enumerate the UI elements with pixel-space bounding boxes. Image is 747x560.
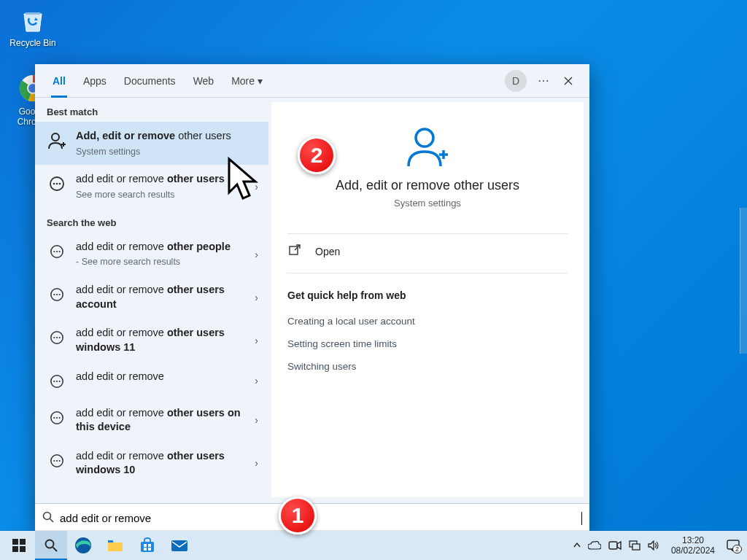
window-peek-bar	[740, 208, 747, 354]
chat-icon	[47, 241, 67, 262]
chevron-right-icon: ›	[252, 414, 261, 426]
svg-point-27	[59, 416, 61, 418]
svg-rect-43	[144, 544, 147, 547]
search-input[interactable]	[60, 512, 583, 524]
svg-rect-33	[290, 246, 298, 254]
close-icon	[564, 77, 573, 85]
svg-point-39	[46, 540, 54, 548]
svg-point-18	[56, 337, 58, 338]
svg-point-30	[56, 460, 58, 462]
svg-point-34	[44, 512, 51, 519]
quick-link[interactable]: Switching users	[287, 355, 568, 378]
taskbar-clock[interactable]: 13:20 08/02/2024	[667, 535, 719, 556]
chat-icon	[47, 408, 67, 428]
svg-rect-48	[609, 542, 617, 549]
taskbar-app-edge[interactable]	[67, 531, 99, 560]
more-options-button[interactable]: ⋯	[531, 69, 556, 93]
svg-rect-47	[171, 540, 187, 551]
chevron-right-icon: ›	[252, 249, 261, 260]
svg-rect-41	[108, 540, 113, 542]
quick-help-title: Get quick help from web	[287, 289, 568, 301]
tab-apps[interactable]: Apps	[74, 64, 115, 98]
chevron-right-icon: ›	[252, 292, 261, 303]
web-result-row[interactable]: add edit or remove other users windows 1…	[35, 442, 268, 485]
taskbar-app-explorer[interactable]	[99, 531, 131, 560]
svg-rect-35	[12, 539, 18, 545]
web-result-row[interactable]: add edit or remove other users on this d…	[35, 399, 268, 442]
recycle-bin-icon	[18, 4, 48, 35]
quick-link[interactable]: Setting screen time limits	[287, 332, 568, 355]
divider	[287, 273, 568, 273]
chat-icon	[47, 174, 67, 194]
svg-point-9	[53, 251, 55, 252]
svg-point-19	[59, 337, 61, 338]
web-result-row[interactable]: add edit or remove other users windows 1…	[35, 319, 268, 362]
mail-icon	[171, 538, 188, 553]
search-panel: All Apps Documents Web More ▾ D ⋯ Best m…	[35, 64, 589, 532]
start-button[interactable]	[3, 531, 35, 560]
person-add-icon	[47, 131, 67, 151]
search-icon	[42, 511, 54, 526]
tray-overflow-icon[interactable]	[573, 542, 581, 549]
svg-point-25	[53, 416, 55, 418]
annotation-badge-1: 1	[279, 497, 317, 534]
svg-point-5	[53, 183, 55, 185]
edge-icon	[74, 537, 92, 554]
svg-rect-45	[144, 548, 147, 551]
chevron-right-icon: ›	[252, 375, 261, 386]
cursor-icon	[225, 156, 263, 209]
system-tray: 13:20 08/02/2024 2	[573, 535, 744, 556]
svg-point-22	[56, 380, 58, 381]
svg-point-11	[59, 251, 61, 252]
svg-rect-50	[632, 544, 640, 550]
svg-rect-44	[148, 544, 151, 547]
folder-icon	[107, 538, 123, 553]
svg-point-10	[56, 251, 58, 252]
search-button[interactable]	[35, 531, 67, 560]
section-best-match: Best match	[35, 98, 268, 122]
web-result-row[interactable]: add edit or remove other people - See mo…	[35, 233, 268, 276]
web-result-row[interactable]: add edit or remove ›	[35, 362, 268, 399]
chat-icon	[47, 451, 67, 471]
tab-documents[interactable]: Documents	[115, 64, 185, 98]
svg-rect-37	[12, 546, 18, 552]
svg-rect-38	[20, 546, 26, 552]
text-caret	[581, 512, 582, 525]
detail-subtitle: System settings	[287, 198, 568, 209]
svg-point-3	[52, 133, 59, 141]
svg-point-17	[53, 337, 55, 338]
taskbar-app-store[interactable]	[131, 531, 163, 560]
desktop-icon-label: Recycle Bin	[7, 38, 58, 48]
close-button[interactable]	[556, 69, 581, 93]
taskbar-app-mail[interactable]	[163, 531, 196, 560]
svg-point-15	[59, 294, 61, 295]
quick-link[interactable]: Creating a local user account	[287, 310, 568, 332]
svg-rect-36	[20, 539, 26, 545]
volume-icon[interactable]	[648, 540, 659, 551]
open-action[interactable]: Open	[287, 234, 568, 268]
tab-all[interactable]: All	[44, 64, 74, 98]
tab-more[interactable]: More ▾	[222, 64, 271, 98]
person-add-icon	[404, 125, 451, 171]
network-icon[interactable]	[629, 540, 640, 551]
meet-now-icon[interactable]	[608, 540, 622, 551]
svg-point-26	[56, 416, 58, 418]
svg-rect-46	[148, 548, 151, 551]
search-icon	[44, 539, 58, 552]
desktop-icon-recycle-bin[interactable]: Recycle Bin	[7, 4, 58, 48]
svg-point-31	[59, 460, 61, 462]
notifications-icon[interactable]: 2	[727, 540, 740, 551]
svg-point-29	[53, 460, 55, 462]
svg-point-7	[59, 183, 61, 185]
svg-point-21	[53, 380, 55, 381]
svg-rect-42	[141, 542, 154, 552]
chat-icon	[47, 284, 67, 305]
user-avatar[interactable]: D	[505, 70, 527, 92]
web-result-row[interactable]: add edit or remove other users account ›	[35, 276, 268, 319]
store-icon	[139, 537, 155, 553]
tab-web[interactable]: Web	[185, 64, 223, 98]
chat-icon	[47, 327, 67, 348]
onedrive-icon[interactable]	[588, 541, 601, 550]
svg-point-14	[56, 294, 58, 295]
svg-point-23	[59, 380, 61, 381]
